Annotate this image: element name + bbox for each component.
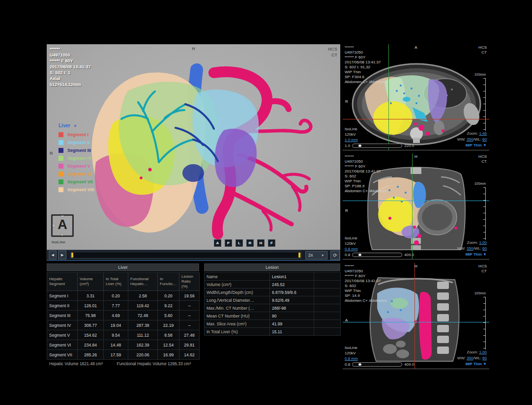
ct-panel-coronal[interactable]: ******U4971050****** F 60Y2017/06/08 13:… [343,153,489,260]
value-cell: – [179,320,200,330]
crosshair-horizontal[interactable] [343,119,489,119]
slider-knob[interactable] [358,254,361,256]
step-back-button[interactable]: ◀ [49,251,57,260]
isoline-label: IsoLine [345,345,414,350]
render-mode-dropdown[interactable]: MIP Thin ▼ [457,252,487,258]
wl-value-link[interactable]: 60 [482,356,487,360]
orientation-button-r[interactable]: R [246,239,254,247]
legend-item[interactable]: Segment VIII [59,186,94,194]
modality-label: HCSCT [328,46,337,58]
liver-table-row[interactable]: Segment VII285.2617.59220.0616.9914.62 [47,350,200,360]
lesion-table-row[interactable]: NameLesion1 [205,273,341,281]
value-cell: 287.38 [128,320,158,330]
legend-item[interactable]: Segment VI [59,170,94,178]
slice-max-label: 409.0 [404,362,414,367]
slice-max-label: 220.0 [404,143,414,148]
segment-legend: Liver▼ Segment ISegment IISegment IIISeg… [59,123,94,194]
orientation-button-a[interactable]: A [214,239,221,247]
lesion-table-row[interactable]: Width/Length/Depth (cm)6.87/9.59/8.6 [205,289,341,296]
crosshair-horizontal[interactable] [343,322,489,322]
frame-slider[interactable] [70,252,301,259]
slice-position-slider[interactable] [352,253,402,257]
orientation-label-left: A [345,318,348,323]
orientation-button-f[interactable]: F [268,239,275,247]
lesion-table-row[interactable]: Long./Vertical Diameter…9.62/6.49 [205,296,341,304]
lesion-empty-cell [314,281,341,289]
playback-speed-select[interactable]: 2x ▼ [305,251,327,260]
segment-name-cell: Segment VII [47,350,78,360]
slider-start-marker[interactable] [71,253,73,258]
ww-value-link[interactable]: 350 [467,246,473,251]
slice-position-slider[interactable] [352,362,402,367]
zoom-value-link[interactable]: 1.00 [479,350,487,354]
liver-table-row[interactable]: Segment V154.629.54111.128.5827.48 [47,330,200,340]
liver-table-row[interactable]: Segment III75.984.6972.485.60– [47,311,200,320]
lesion-table-row[interactable]: Mean CT Number (HU)90 [205,312,341,320]
lesion-table-row[interactable]: Max./Min. CT Number (…288/-98 [205,304,341,312]
orientation-button-p[interactable]: P [225,239,232,247]
3d-view-panel[interactable]: ******U4971050****** F 60Y2017/06/08 13:… [47,44,340,250]
ww-value-link[interactable]: 350 [467,356,473,360]
liver-table-row[interactable]: Segment II126.017.77119.429.22– [47,301,200,311]
liver-table-column-header: In Functio… [158,273,179,291]
value-cell: – [179,311,200,320]
liver-table-column-header: Functional Hepatic… [128,273,158,291]
liver-table-row[interactable]: Segment VI234.8414.48162.3912.5429.81 [47,340,200,350]
ww-value-link[interactable]: 350 [467,137,473,142]
render-mode-dropdown[interactable]: MIP Thin ▼ [457,361,487,367]
display-settings: Zoom: 1.00 WW: 350/WL: 60 MIP Thin ▼ [457,240,487,258]
value-cell: 29.81 [179,340,200,350]
legend-item[interactable]: Segment I [59,131,94,139]
slice-position-slider[interactable] [352,144,402,148]
slider-knob[interactable] [358,363,361,366]
lesion-metric-label: Volume (cm³) [205,281,270,289]
wl-value-link[interactable]: 60 [482,137,487,142]
chevron-down-icon: ▼ [73,124,77,128]
liver-table-row[interactable]: Segment IV308.7719.04287.3822.19– [47,320,200,330]
slider-end-marker[interactable] [298,253,300,258]
liver-table-title: Liver [47,263,199,271]
lesion-table-row[interactable]: Max. Slice Area (cm²)41.99 [205,320,341,328]
ct-panel-sagittal[interactable]: ******U4971050****** F 60Y2017/06/08 13:… [343,263,489,369]
value-cell: 220.06 [128,350,158,360]
zoom-value-link[interactable]: 1.46 [479,131,487,136]
legend-title-dropdown[interactable]: Liver▼ [59,123,94,128]
value-cell: 5.60 [158,311,179,320]
lesion-table-row[interactable]: In Total Liver (%)15.11 [205,328,341,336]
value-cell: 126.01 [78,301,104,311]
crosshair-horizontal[interactable] [343,201,489,201]
wl-value-link[interactable]: 60 [482,246,487,251]
slice-thickness-link[interactable]: 1.0 mm [345,137,414,143]
orientation-cube[interactable]: A H R L F [51,214,74,237]
segment-name-cell: Segment V [47,330,78,340]
crosshair-vertical[interactable] [414,263,415,369]
value-cell: 75.98 [78,311,104,320]
loop-icon[interactable]: ⟳ [330,251,340,260]
slice-min-label: 0.8 [345,252,350,258]
cube-bottom-letter: F [61,233,63,236]
chevron-down-icon: ▼ [483,252,487,257]
orientation-button-h[interactable]: H [257,239,265,247]
legend-item[interactable]: Segment III [59,146,94,154]
lesion-table-row[interactable]: Volume (cm³)245.52 [205,281,341,289]
segment-label: Segment VII [67,179,93,184]
slice-thickness-link[interactable]: 0.8 mm [345,246,414,252]
slice-thickness-link[interactable]: 0.8 mm [345,356,414,361]
acquisition-info: IsoLine 120kV 0.8 mm 0.8 409.0 [345,235,414,258]
legend-item[interactable]: Segment VII [59,178,94,186]
kv-label: 120kV [345,350,414,356]
orientation-button-l[interactable]: L [236,239,243,247]
liver-table-row[interactable]: Segment I3.310.202.580.2019.56 [47,291,200,301]
segment-color-swatch [59,187,63,192]
legend-item[interactable]: Segment V [59,162,94,170]
ct-panel-axial[interactable]: ******U4971050****** F 60Y2017/06/08 13:… [343,44,489,150]
zoom-value-link[interactable]: 1.00 [479,240,487,245]
slider-knob[interactable] [358,145,361,147]
legend-item[interactable]: Segment II [59,139,94,146]
step-forward-button[interactable]: ▶ [58,251,66,260]
legend-item[interactable]: Segment IV [59,154,94,162]
lesion-metric-label: Name [205,273,270,281]
value-cell: 17.59 [104,350,128,360]
patient-info-overlay: ******U4971050****** F 60Y2017/06/08 13:… [50,46,91,87]
render-mode-dropdown[interactable]: MIP Thin ▼ [457,143,487,148]
